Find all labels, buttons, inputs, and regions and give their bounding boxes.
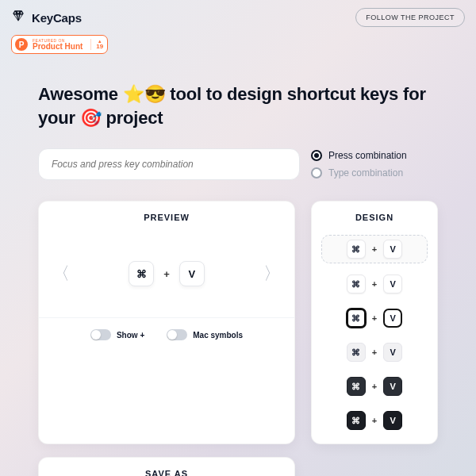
brand-name: KeyCaps — [32, 11, 82, 25]
design-variant-2[interactable]: ⌘ + V — [321, 271, 428, 298]
diamond-icon — [11, 9, 25, 26]
design-variant-6[interactable]: ⌘ + V — [321, 407, 428, 434]
keycap-icon: V — [383, 274, 402, 294]
design-variant-4[interactable]: ⌘ + V — [321, 339, 428, 366]
keycap-icon: ⌘ — [347, 343, 366, 362]
product-hunt-badge[interactable]: P FEATURED ON Product Hunt ▲ 19 — [11, 35, 108, 54]
keycap-icon: V — [383, 377, 402, 396]
preview-keys: ⌘ + V — [129, 261, 205, 286]
design-body: ⌘ + V ⌘ + V ⌘ + V ⌘ + V ⌘ + V — [312, 230, 437, 443]
mode-type-combination[interactable]: Type combination — [311, 167, 438, 178]
keycap-icon: V — [383, 309, 402, 328]
keycap-icon: ⌘ — [347, 240, 366, 259]
preview-plus: + — [163, 268, 170, 280]
switch-icon — [90, 329, 111, 340]
product-hunt-row: P FEATURED ON Product Hunt ▲ 19 — [0, 32, 476, 54]
keycap-icon: V — [383, 411, 402, 430]
toggle-label: Show + — [117, 331, 144, 340]
preview-key-modifier: ⌘ — [129, 261, 154, 286]
hero-heading: Awesome ⭐😎 tool to design shortcut keys … — [0, 54, 476, 129]
preview-key-letter: V — [179, 261, 205, 286]
toggle-mac-symbols[interactable]: Mac symbols — [167, 329, 243, 340]
toggle-show-plus[interactable]: Show + — [90, 329, 144, 340]
save-as-title: SAVE AS — [145, 469, 188, 476]
plus-icon: + — [372, 382, 377, 391]
combo-row: Press combination Type combination — [38, 148, 438, 180]
keycap-icon: V — [383, 343, 402, 362]
preview-panel: PREVIEW 〈 ⌘ + V 〉 Show + Mac symbols — [38, 201, 295, 444]
plus-icon: + — [372, 347, 377, 357]
plus-icon: + — [372, 244, 377, 254]
design-variant-5[interactable]: ⌘ + V — [321, 373, 428, 400]
preview-prev-button[interactable]: 〈 — [52, 262, 71, 286]
combo-input[interactable] — [38, 148, 300, 180]
design-variant-3[interactable]: ⌘ + V — [321, 305, 428, 332]
design-panel: DESIGN ⌘ + V ⌘ + V ⌘ + V ⌘ + V — [311, 201, 438, 444]
plus-icon: + — [372, 313, 377, 323]
plus-icon: + — [372, 416, 377, 425]
ph-name: Product Hunt — [33, 43, 83, 51]
keycap-icon: ⌘ — [347, 274, 366, 294]
toggle-label: Mac symbols — [193, 331, 243, 340]
preview-body: 〈 ⌘ + V 〉 — [39, 230, 294, 317]
brand: KeyCaps — [11, 9, 82, 26]
keycap-icon: ⌘ — [347, 377, 366, 396]
design-title: DESIGN — [312, 202, 437, 230]
plus-icon: + — [372, 279, 377, 289]
product-hunt-icon: P — [15, 38, 28, 51]
preview-toggles: Show + Mac symbols — [39, 317, 294, 351]
preview-title: PREVIEW — [39, 202, 294, 230]
save-as-panel: SAVE AS — [38, 457, 295, 476]
radio-icon — [311, 167, 322, 178]
ph-upvotes: 19 — [96, 44, 103, 50]
mode-radio-group: Press combination Type combination — [311, 148, 438, 178]
radio-label: Type combination — [328, 167, 403, 178]
keycap-icon: ⌘ — [347, 309, 366, 328]
radio-icon — [311, 150, 322, 161]
switch-icon — [167, 329, 187, 340]
design-variant-1[interactable]: ⌘ + V — [321, 235, 428, 263]
preview-next-button[interactable]: 〉 — [263, 262, 282, 286]
keycap-icon: ⌘ — [347, 411, 366, 430]
panels: PREVIEW 〈 ⌘ + V 〉 Show + Mac symbols DES… — [38, 201, 438, 444]
follow-project-button[interactable]: FOLLOW THE PROJECT — [355, 8, 465, 27]
radio-label: Press combination — [328, 150, 407, 161]
topbar: KeyCaps FOLLOW THE PROJECT — [0, 0, 476, 32]
mode-press-combination[interactable]: Press combination — [311, 150, 438, 161]
keycap-icon: V — [383, 240, 402, 259]
